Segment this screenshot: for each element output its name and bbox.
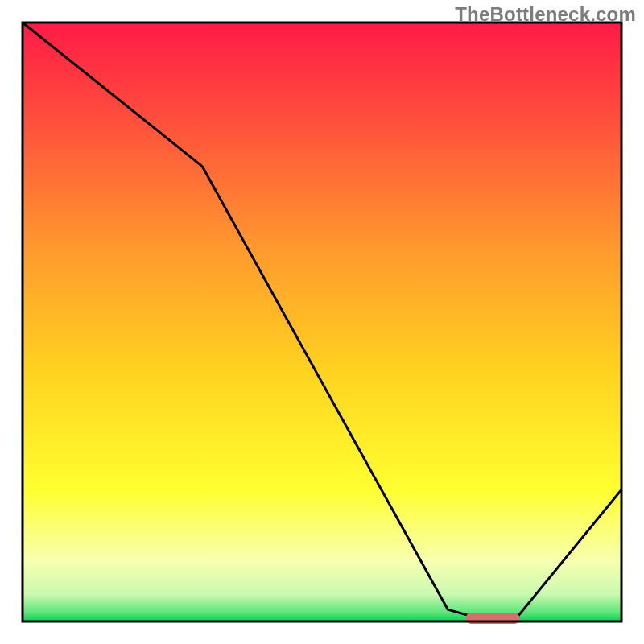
chart-container: TheBottleneck.com [0, 0, 644, 644]
bottleneck-chart [0, 0, 644, 644]
watermark-text: TheBottleneck.com [455, 3, 636, 26]
plot-background [23, 23, 621, 621]
